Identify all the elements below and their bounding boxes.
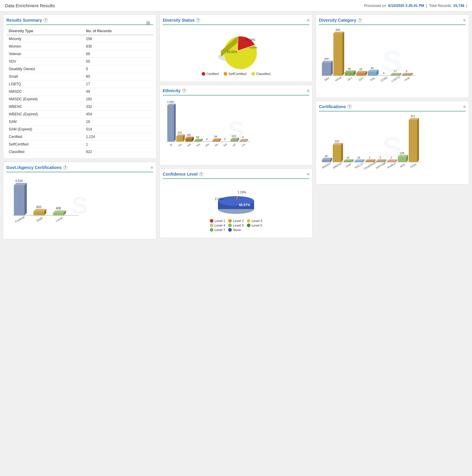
bar-x-label: MIN xyxy=(324,77,330,82)
legend-level3: Level 3 xyxy=(247,219,262,223)
svg-marker-62 xyxy=(402,73,413,75)
legend-certified: Certified xyxy=(202,72,219,76)
diversity-type-cell: Veteran xyxy=(6,50,83,58)
table-row: WBENC (Expired)454 xyxy=(6,111,153,118)
svg-rect-21 xyxy=(185,139,192,142)
diversity-type-cell: WBENC xyxy=(6,103,83,111)
bar-chart-svg: 49NMSDC332WBENC16SAM18NGLCC1DisabilityIN… xyxy=(319,114,423,180)
results-summary-title: Results Summary ? xyxy=(6,18,153,23)
govt-bar-value: 4.51K xyxy=(15,179,23,183)
bar-value-label: 812 xyxy=(411,115,415,118)
svg-rect-77 xyxy=(365,161,374,162)
govt-bar-label: Local xyxy=(55,216,63,222)
svg-rect-24 xyxy=(194,141,201,142)
govt-certifications-card: Govt./Agency Certifications ? ≡ S 4.51KF… xyxy=(3,162,156,239)
legend-selfcertified: SelfCertified xyxy=(224,72,247,76)
certifications-card: Certifications ? ≡ S 49NMSDC332WBENC16SA… xyxy=(316,101,469,184)
diversity-type-cell: NMSDC (Expired) xyxy=(6,96,83,103)
bar-value-label: 258 xyxy=(324,57,329,60)
svg-rect-74 xyxy=(354,161,363,162)
svg-marker-70 xyxy=(341,143,343,162)
bar-value-label: 0 xyxy=(224,138,225,141)
svg-text:2.48%: 2.48% xyxy=(215,197,223,201)
svg-marker-48 xyxy=(342,32,344,76)
svg-marker-50 xyxy=(345,70,356,72)
processed-date: 6/10/2020 3:25:41 PM xyxy=(388,4,424,8)
svg-rect-55 xyxy=(368,72,377,76)
record-count-cell: 332 xyxy=(83,103,153,111)
bar-value-label: 17 xyxy=(394,70,397,73)
page-header: Data Enrichment Results Processed on 6/1… xyxy=(0,0,472,11)
govt-cert-menu-icon[interactable]: ≡ xyxy=(150,165,153,170)
bar-x-label: LGBTQ xyxy=(391,75,400,83)
ethnicity-help-icon[interactable]: ? xyxy=(182,89,186,93)
export-icon[interactable]: ⊞ xyxy=(146,20,150,26)
bar-chart-svg: 258MIN830WOM66VET55SDV80SML0DOBE17LGBTQ5… xyxy=(319,27,417,94)
govt-bar-value: 408 xyxy=(56,207,61,210)
cert-menu-icon[interactable]: ≡ xyxy=(463,104,466,109)
diversity-category-title: Diversity Category ? xyxy=(319,18,466,23)
bar-x-label: 8(A) xyxy=(400,163,406,168)
confidence-card: Confidence Level ? ≡ xyxy=(159,168,313,238)
svg-marker-53 xyxy=(356,71,367,73)
svg-text:1.19%: 1.19% xyxy=(238,191,246,194)
confidence-help-icon[interactable]: ? xyxy=(199,172,203,176)
record-count-cell: 49 xyxy=(83,88,153,96)
table-row: SAM (Expired)514 xyxy=(6,126,153,133)
diversity-status-help-icon[interactable]: ? xyxy=(196,18,200,22)
bar-x-label: AN xyxy=(205,143,209,147)
processed-label: Processed on xyxy=(364,4,386,8)
diversity-status-chart: 54.91% 45.04% 0.05% Certified SelfCertif… xyxy=(163,27,310,79)
diversity-type-cell: NMSDC xyxy=(6,88,83,96)
svg-text:0.05%: 0.05% xyxy=(250,46,257,49)
govt-chart-svg: 4.51KFederal603State408Local xyxy=(9,179,80,233)
bar-x-label: HUB xyxy=(404,76,410,82)
record-count-cell: 454 xyxy=(83,111,153,118)
total-records-label: Total Records xyxy=(429,4,451,8)
bar-x-label: VET xyxy=(347,76,353,82)
govt-cert-help-icon[interactable]: ? xyxy=(63,165,68,170)
svg-rect-83 xyxy=(387,161,395,162)
col-type-header: Diversity Type xyxy=(6,27,83,35)
svg-rect-65 xyxy=(322,160,330,162)
svg-marker-45 xyxy=(331,61,333,76)
diversity-type-cell: SDV xyxy=(6,58,83,65)
bar-x-label: CA xyxy=(241,143,246,147)
govt-bar-value: 603 xyxy=(36,205,41,209)
svg-rect-46 xyxy=(333,33,342,76)
diversity-status-menu-icon[interactable]: ≡ xyxy=(307,18,309,23)
table-row: NMSDC (Expired)182 xyxy=(6,96,153,103)
bar-value-label: 310 xyxy=(177,131,182,134)
bar-x-label: NAVOBA xyxy=(375,161,386,170)
bar-value-label: 55 xyxy=(359,68,362,71)
svg-rect-7 xyxy=(53,213,64,215)
diversity-type-cell: Small xyxy=(6,73,83,80)
bar-value-label: 66 xyxy=(348,67,351,70)
legend-level5a: Level 5 xyxy=(228,224,244,227)
table-row: Classified922 xyxy=(6,148,153,156)
bar-x-label: NH xyxy=(223,143,228,147)
diversity-category-card: Diversity Category ? ≡ S 258MIN830WOM66V… xyxy=(316,14,469,98)
diversity-cat-menu-icon[interactable]: ≡ xyxy=(463,18,466,23)
bar-value-label: 332 xyxy=(335,140,339,143)
diversity-cat-help-icon[interactable]: ? xyxy=(358,18,362,22)
svg-marker-87 xyxy=(398,155,408,157)
govt-bar-label: Federal xyxy=(14,215,25,223)
bar-x-label: NA xyxy=(196,143,200,147)
svg-rect-52 xyxy=(356,73,365,76)
svg-rect-1 xyxy=(14,185,24,215)
ethnicity-menu-icon[interactable]: ≡ xyxy=(307,88,309,93)
diversity-type-cell: Women xyxy=(6,43,83,50)
cert-help-icon[interactable]: ? xyxy=(348,105,352,109)
table-row: Small80 xyxy=(6,73,153,80)
table-row: Disablity Owned0 xyxy=(6,65,153,73)
govt-bar-label: State xyxy=(36,216,43,222)
svg-rect-49 xyxy=(345,72,354,76)
ethnicity-card: Ethnicity ? ≡ S 2.06KW310AA185HA60NA0AN8… xyxy=(159,85,313,165)
record-count-cell: 16 xyxy=(83,118,153,126)
confidence-menu-icon[interactable]: ≡ xyxy=(307,172,309,177)
svg-marker-56 xyxy=(368,70,379,72)
table-row: Certified1,124 xyxy=(6,133,153,141)
results-summary-help-icon[interactable]: ? xyxy=(43,18,48,22)
svg-rect-30 xyxy=(231,139,237,142)
